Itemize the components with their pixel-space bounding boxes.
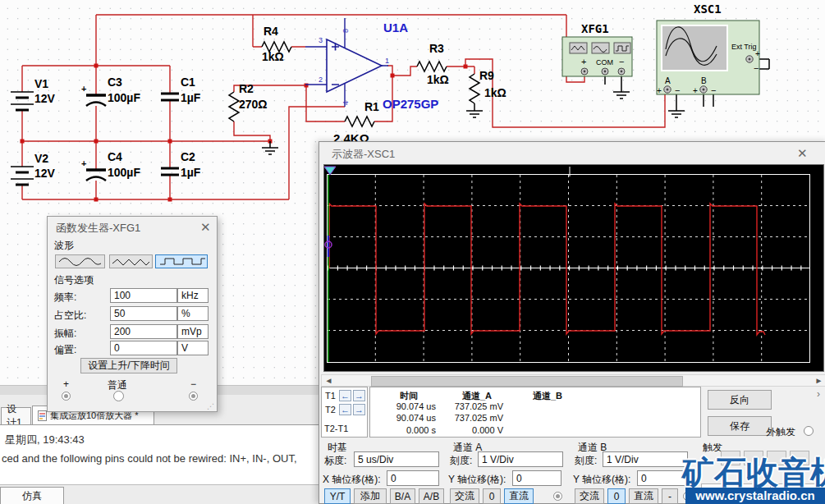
fg-duty-label: 占空比: (54, 309, 86, 323)
fg-duty-unit[interactable]: % (177, 306, 209, 321)
label-v2-value: 12V (34, 167, 56, 180)
scroll-left-icon[interactable]: ◄ (323, 375, 335, 386)
battery-v2[interactable] (11, 167, 34, 185)
t2-time-value: 90.074 us (382, 413, 436, 423)
reverse-button[interactable]: 反向 (708, 390, 772, 410)
channel-a-dc-button[interactable]: 直流 (504, 488, 534, 504)
bottom-tab-strip: 仿真 (0, 484, 319, 504)
function-generator-dialog: 函数发生器-XFG1 ✕ 波形 信号选项 频率: kHz 占空比: % 振幅: … (47, 216, 218, 412)
fg-plus-terminal[interactable] (62, 392, 71, 401)
yt-mode-button[interactable]: Y/T (324, 488, 351, 504)
resistor-r1[interactable] (345, 117, 374, 126)
delta-time-value: 0.000 s (382, 425, 436, 435)
channel-b-zero-button[interactable]: 0 (607, 488, 626, 504)
triangle-wave-button[interactable] (109, 254, 153, 268)
resistor-r2[interactable] (229, 92, 239, 121)
capacitor-c2[interactable] (161, 168, 179, 175)
table-scroll-right-icon[interactable]: › (817, 388, 820, 400)
scope-scrollbar-thumb[interactable] (371, 376, 683, 387)
capacitor-c4[interactable] (86, 170, 106, 181)
label-c1-value: 1µF (181, 91, 201, 104)
tab-simulation[interactable]: 仿真 (0, 487, 64, 504)
fg-offset-unit[interactable]: V (177, 341, 209, 355)
multisim-app: 3 2 1 8 4 V1 12V V2 12V C3 100µF C1 1µF … (0, 0, 825, 504)
timebase-scale-input[interactable] (354, 451, 439, 467)
fg-offset-input[interactable] (110, 341, 177, 355)
scope-close-icon[interactable]: ✕ (797, 146, 808, 161)
col-time-header: 时间 (400, 390, 418, 402)
label-c4-value: 100µF (108, 166, 140, 179)
save-button[interactable]: 保存 (708, 416, 772, 436)
fg-amp-unit[interactable]: mVp (177, 324, 209, 339)
label-op275gp: OP275GP (383, 97, 438, 111)
c4-plus-sign: + (81, 158, 86, 168)
channel-b-dash-button[interactable]: - (662, 488, 678, 504)
xfg1-minus-label: − (619, 57, 624, 66)
t1-left-button[interactable]: ← (339, 390, 351, 401)
fg-minus-terminal[interactable] (189, 392, 198, 401)
channel-a-scale-input[interactable] (478, 451, 563, 467)
dialog-resize-grip[interactable]: ⋰ (207, 402, 215, 410)
scroll-right-icon[interactable]: ► (813, 375, 825, 386)
fg-freq-input[interactable] (110, 288, 177, 303)
scope-display[interactable] (323, 164, 824, 372)
xfg1-com-label: COM (596, 58, 613, 66)
capacitor-c1[interactable] (161, 94, 179, 100)
ext-trigger-label: 外触发 (766, 425, 795, 439)
t2-right-button[interactable]: → (353, 404, 365, 415)
fg-freq-label: 频率: (54, 291, 76, 305)
log-pane: 星期四, 19:43:43 ced and the following pins… (0, 424, 319, 485)
scope-scrollbar[interactable]: ◄ ► (321, 374, 825, 387)
channel-a-radio[interactable] (553, 492, 562, 501)
label-u1a: U1A (383, 21, 408, 34)
fg-duty-input[interactable] (110, 306, 177, 321)
label-r9: R9 (479, 69, 494, 82)
fg-freq-unit[interactable]: kHz (177, 288, 209, 303)
add-mode-button[interactable]: 添加 (354, 488, 387, 504)
xsc1-b-plus: + (693, 86, 698, 95)
channel-a-zero-button[interactable]: 0 (483, 488, 501, 504)
channel-a-ac-button[interactable]: 交流 (450, 488, 479, 504)
instrument-xsc1[interactable] (657, 21, 759, 94)
triangle-icon (110, 255, 152, 268)
fg-close-icon[interactable]: ✕ (200, 220, 211, 235)
timebase-title: 时基 (328, 441, 347, 455)
channel-a-pos-input[interactable] (512, 470, 561, 486)
set-rise-fall-button[interactable]: 设置上升/下降时间 (80, 358, 177, 373)
t2-label: T2 (325, 405, 336, 415)
watermark-url: www.crystalradio.cn (685, 488, 825, 504)
xsc1-ext-plus: + (755, 49, 760, 58)
cursor-handle-icon[interactable] (324, 167, 336, 175)
channel-b-dc-button[interactable]: 直流 (629, 488, 658, 504)
ab-mode-button[interactable]: A/B (419, 488, 444, 504)
channel-b-scale-input[interactable] (603, 451, 688, 467)
fg-offset-label: 偏置: (54, 343, 76, 357)
xsc1-ext-minus: − (754, 63, 759, 73)
timebase-pos-input[interactable] (387, 470, 439, 486)
label-r4: R4 (264, 25, 278, 38)
fg-common-terminal[interactable] (113, 391, 124, 401)
tab-design1[interactable]: 设计1 (1, 407, 31, 424)
channel-b-pos-input[interactable] (637, 470, 686, 486)
label-v1: V1 (34, 77, 48, 90)
capacitor-c3[interactable] (86, 95, 106, 106)
t1-right-button[interactable]: → (353, 390, 365, 401)
ext-trigger-radio[interactable] (804, 426, 814, 436)
resistor-r9[interactable] (470, 74, 479, 103)
resistor-r3[interactable] (417, 62, 447, 71)
sine-wave-button[interactable] (55, 254, 105, 268)
channel-b-ac-button[interactable]: 交流 (575, 488, 604, 504)
scope-window-title: 示波器-XSC1 (332, 147, 395, 162)
tab-simulation-label: 仿真 (22, 489, 42, 503)
svg-text:4: 4 (341, 101, 350, 105)
fg-amp-input[interactable] (110, 324, 177, 339)
ba-mode-button[interactable]: B/A (390, 488, 415, 504)
svg-text:3: 3 (319, 36, 323, 44)
label-xfg1: XFG1 (581, 22, 609, 35)
square-wave-button[interactable] (155, 254, 208, 268)
t2-left-button[interactable]: ← (339, 404, 351, 415)
t1-channel-a-value: 737.025 mV (446, 401, 503, 411)
label-c2: C2 (181, 150, 195, 163)
t2t1-label: T2-T1 (324, 424, 348, 433)
battery-v1[interactable] (11, 92, 34, 110)
